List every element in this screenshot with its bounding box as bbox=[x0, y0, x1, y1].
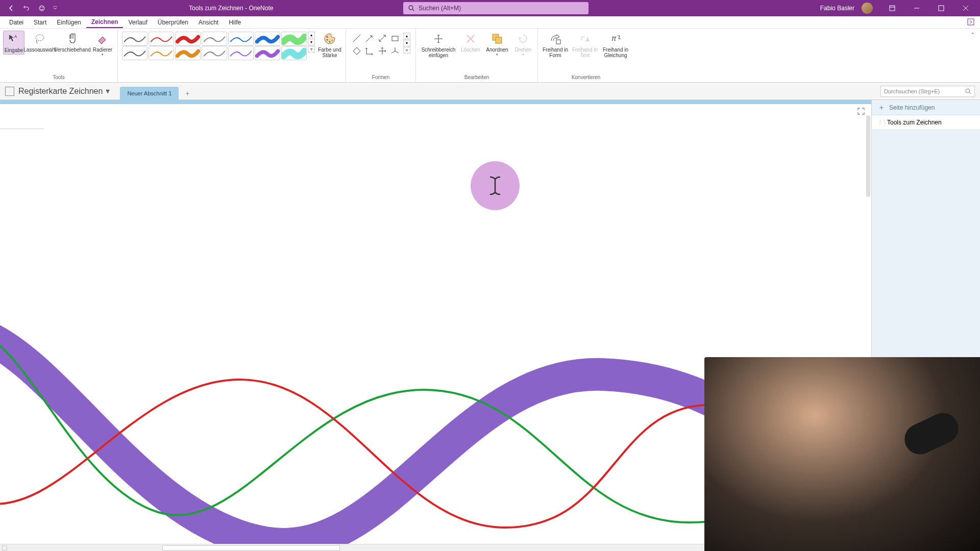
ink-to-text-button: A Freihand in Text bbox=[571, 31, 599, 59]
tab-start[interactable]: Start bbox=[29, 17, 52, 28]
touch-mode-icon[interactable] bbox=[37, 3, 47, 13]
pen-swatch[interactable] bbox=[122, 46, 148, 60]
svg-rect-5 bbox=[890, 6, 895, 11]
minimize-button[interactable] bbox=[906, 0, 927, 16]
statusbar-field[interactable] bbox=[162, 545, 340, 550]
pen-swatch[interactable] bbox=[228, 32, 254, 46]
notebook-dropdown-icon[interactable]: ▾ bbox=[106, 86, 110, 96]
add-section-button[interactable]: + bbox=[182, 88, 193, 99]
svg-line-18 bbox=[353, 35, 360, 42]
pen-swatch[interactable] bbox=[122, 32, 148, 46]
page-search-placeholder: Durchsuchen (Strg+E) bbox=[884, 88, 940, 94]
shapes-more-icon[interactable]: ▿ bbox=[403, 47, 410, 54]
status-bar bbox=[0, 544, 980, 551]
close-button[interactable] bbox=[955, 0, 976, 16]
svg-text:A: A bbox=[586, 37, 590, 43]
svg-rect-11 bbox=[968, 19, 974, 25]
ink-to-math-button[interactable]: π Freihand in Gleichung bbox=[600, 31, 631, 59]
shape-arrow-icon[interactable] bbox=[364, 33, 375, 44]
tool-eraser-button[interactable]: Radierer ▾ bbox=[91, 31, 114, 58]
shapes-scroll-up-icon[interactable]: ▴ bbox=[403, 33, 410, 39]
ink-shape-icon bbox=[548, 32, 562, 46]
shape-axes2d-icon[interactable] bbox=[364, 45, 375, 57]
arrange-button[interactable]: Anordnen ▾ bbox=[483, 31, 511, 58]
collapse-ribbon-icon[interactable]: ⌃ bbox=[970, 32, 975, 38]
ribbon-group-pens: ▴▾▿ Farbe und Stärke bbox=[118, 29, 346, 82]
section-strip bbox=[0, 100, 980, 104]
pens-scroll-down-icon[interactable]: ▾ bbox=[308, 39, 315, 45]
back-icon[interactable] bbox=[6, 3, 16, 13]
tab-einfuegen[interactable]: Einfügen bbox=[52, 17, 86, 28]
tool-eingabe-button[interactable]: A Eingabe bbox=[3, 31, 24, 55]
svg-line-22 bbox=[379, 35, 385, 41]
search-box[interactable]: Suchen (Alt+M) bbox=[403, 2, 589, 14]
tab-zeichnen[interactable]: Zeichnen bbox=[86, 17, 124, 28]
shape-axes-cross-icon[interactable] bbox=[377, 45, 388, 57]
page-item-label: Tools zum Zeichnen bbox=[887, 119, 942, 126]
pen-swatch[interactable] bbox=[175, 46, 201, 60]
pen-swatch[interactable] bbox=[228, 46, 254, 60]
section-tab[interactable]: Neuer Abschnitt 1 bbox=[120, 87, 179, 100]
rotate-icon bbox=[516, 32, 530, 46]
svg-rect-34 bbox=[496, 37, 502, 43]
maximize-button[interactable] bbox=[931, 0, 951, 16]
color-thickness-button[interactable]: Farbe und Stärke bbox=[317, 31, 342, 59]
pen-swatch[interactable] bbox=[281, 46, 307, 60]
svg-text:A: A bbox=[14, 34, 17, 39]
statusbar-nav-icon[interactable] bbox=[2, 545, 7, 550]
svg-point-14 bbox=[327, 36, 328, 38]
arrange-icon bbox=[490, 32, 504, 46]
pen-swatch[interactable] bbox=[281, 32, 307, 46]
group-label-pens bbox=[231, 73, 233, 81]
pens-scroll-up-icon[interactable]: ▴ bbox=[308, 32, 315, 38]
tool-pan-button[interactable]: Verschiebehand bbox=[55, 31, 90, 54]
notebook-icon[interactable] bbox=[5, 87, 14, 96]
group-label-shapes: Formen bbox=[372, 73, 389, 81]
group-label-convert: Konvertieren bbox=[572, 73, 601, 81]
ribbon-group-tools: A Eingabe Lassoauswahl Verschiebehand Ra… bbox=[0, 29, 118, 82]
pen-swatch[interactable] bbox=[175, 32, 201, 46]
shape-diamond-icon[interactable] bbox=[351, 45, 362, 57]
tab-hilfe[interactable]: Hilfe bbox=[224, 17, 246, 28]
svg-line-19 bbox=[366, 36, 372, 42]
insert-space-button[interactable]: Schreibbereich einfügen bbox=[419, 31, 458, 59]
add-page-button[interactable]: ＋ Seite hinzufügen bbox=[872, 100, 980, 115]
notebook-title[interactable]: Registerkarte Zeichnen bbox=[18, 87, 103, 96]
pen-swatch[interactable] bbox=[202, 32, 227, 46]
tool-lasso-button[interactable]: Lassoauswahl bbox=[26, 31, 54, 54]
avatar[interactable] bbox=[862, 3, 873, 14]
user-name[interactable]: Fabio Basler bbox=[820, 5, 854, 12]
pen-swatch[interactable] bbox=[202, 46, 227, 60]
qat-dropdown-icon[interactable] bbox=[52, 3, 58, 13]
cursor-text-icon: A bbox=[7, 32, 21, 46]
ribbon-display-icon[interactable] bbox=[882, 0, 902, 16]
pen-swatch[interactable] bbox=[255, 46, 280, 60]
svg-line-27 bbox=[395, 51, 399, 53]
pen-swatch[interactable] bbox=[149, 46, 174, 60]
eraser-icon bbox=[95, 32, 110, 46]
insert-space-icon bbox=[431, 32, 446, 46]
ink-to-shape-button[interactable]: Freihand in Form bbox=[541, 31, 570, 59]
tab-ansicht[interactable]: Ansicht bbox=[193, 17, 224, 28]
tab-datei[interactable]: Datei bbox=[4, 17, 29, 28]
undo-icon[interactable] bbox=[21, 3, 32, 13]
shapes-scroll-down-icon[interactable]: ▾ bbox=[403, 40, 410, 46]
shape-line-icon[interactable] bbox=[351, 33, 362, 44]
tab-ueberpruefen[interactable]: Überprüfen bbox=[153, 17, 193, 28]
page-search-box[interactable]: Durchsuchen (Strg+E) bbox=[880, 86, 975, 97]
pen-swatch[interactable] bbox=[255, 32, 280, 46]
shape-axes3d-icon[interactable] bbox=[389, 45, 401, 57]
tab-verlauf[interactable]: Verlauf bbox=[123, 17, 152, 28]
page-item[interactable]: ⋮⋮ Tools zum Zeichnen bbox=[872, 115, 980, 130]
svg-line-4 bbox=[412, 9, 414, 11]
shape-rect-icon[interactable] bbox=[389, 33, 401, 44]
shape-double-arrow-icon[interactable] bbox=[377, 33, 388, 44]
page-canvas[interactable] bbox=[0, 104, 871, 544]
pens-more-icon[interactable]: ▿ bbox=[308, 46, 315, 53]
notebook-nav: Registerkarte Zeichnen ▾ Neuer Abschnitt… bbox=[0, 83, 980, 100]
share-icon[interactable] bbox=[967, 18, 976, 27]
svg-text:π: π bbox=[611, 34, 617, 42]
ribbon: ⌃ A Eingabe Lassoauswahl Verschiebehand … bbox=[0, 29, 980, 83]
pen-swatch[interactable] bbox=[149, 32, 174, 46]
group-label-edit: Bearbeiten bbox=[464, 73, 489, 81]
